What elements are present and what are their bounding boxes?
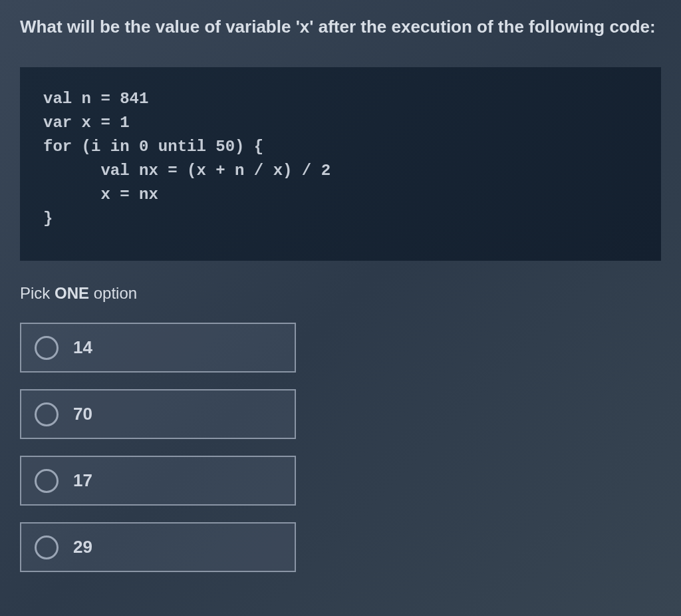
question-title: What will be the value of variable 'x' a…: [20, 17, 661, 37]
option-label: 17: [73, 470, 92, 491]
option-70[interactable]: 70: [20, 389, 296, 439]
option-label: 70: [73, 404, 92, 424]
option-29[interactable]: 29: [20, 522, 296, 572]
option-label: 29: [73, 537, 92, 557]
prompt-prefix: Pick: [20, 284, 55, 302]
prompt-bold: ONE: [55, 284, 89, 302]
option-label: 14: [73, 337, 92, 358]
radio-icon: [35, 336, 59, 360]
code-block: val n = 841 var x = 1 for (i in 0 until …: [20, 67, 661, 261]
radio-icon: [35, 402, 59, 426]
options-container: 14 70 17 29: [20, 323, 661, 572]
prompt-suffix: option: [89, 284, 137, 302]
option-14[interactable]: 14: [20, 323, 296, 373]
radio-icon: [35, 536, 59, 559]
option-17[interactable]: 17: [20, 456, 296, 506]
radio-icon: [35, 469, 59, 493]
prompt-text: Pick ONE option: [20, 284, 661, 303]
